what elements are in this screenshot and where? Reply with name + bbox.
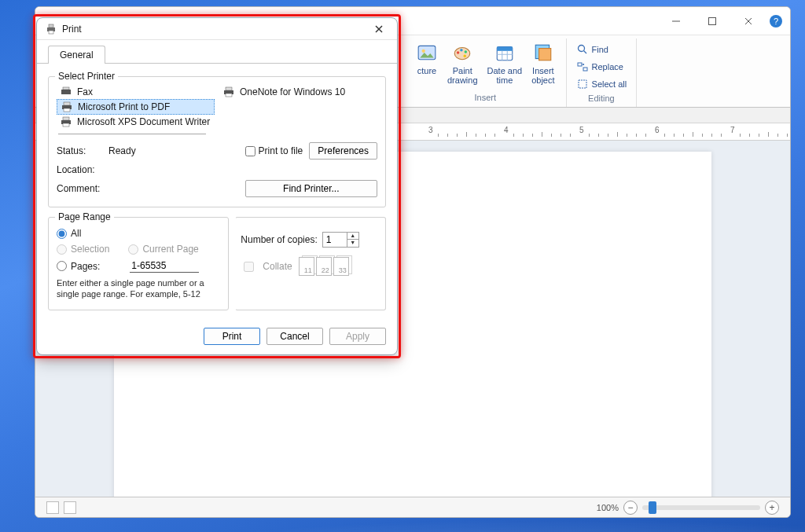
collate-pg-3: 33 xyxy=(333,257,349,276)
radio-selection-row: Selection xyxy=(57,244,109,255)
ribbon-picture[interactable]: cture xyxy=(411,39,443,88)
apply-button: Apply xyxy=(329,328,386,345)
ribbon-find[interactable]: Find xyxy=(573,42,630,57)
printer-icon xyxy=(61,101,73,112)
statusbar-view-1[interactable] xyxy=(46,501,59,514)
ribbon-group-label-insert: Insert xyxy=(475,91,497,104)
collate-pg-1: 11 xyxy=(299,257,314,276)
replace-icon xyxy=(576,61,589,73)
zoom-value: 100% xyxy=(597,503,619,512)
zoom-in-button[interactable]: + xyxy=(765,501,779,515)
calendar-icon xyxy=(494,42,516,64)
zoom-out-button[interactable]: − xyxy=(623,501,638,515)
radio-pages[interactable] xyxy=(57,261,67,271)
printer-fax-label: Fax xyxy=(77,86,93,97)
printer-item-print-to-pdf[interactable]: Microsoft Print to PDF xyxy=(57,99,215,115)
copies-down[interactable]: ▼ xyxy=(347,240,358,247)
print-to-file-checkbox[interactable]: Print to file xyxy=(245,145,303,156)
printer-icon xyxy=(60,116,72,127)
cancel-button[interactable]: Cancel xyxy=(266,328,323,345)
ribbon-replace[interactable]: Replace xyxy=(573,59,630,75)
statusbar-view-2[interactable] xyxy=(64,501,76,514)
svg-point-5 xyxy=(422,50,425,53)
ribbon-date-time[interactable]: Date and time xyxy=(483,39,527,88)
close-button[interactable] xyxy=(730,9,766,33)
status-value: Ready xyxy=(108,145,241,156)
ribbon-object-label2: object xyxy=(531,75,554,85)
ribbon-find-label: Find xyxy=(592,45,608,54)
fax-icon xyxy=(60,86,72,97)
copies-spinner[interactable]: ▲ ▼ xyxy=(322,232,359,248)
zoom-slider[interactable] xyxy=(642,505,760,510)
collate-pg-2: 22 xyxy=(316,257,332,276)
pages-input[interactable] xyxy=(130,259,199,273)
zoom-slider-thumb[interactable] xyxy=(649,501,656,514)
radio-all[interactable] xyxy=(57,229,67,239)
radio-all-label: All xyxy=(71,228,81,239)
ruler-num: 6 xyxy=(655,126,660,134)
ruler-num: 7 xyxy=(730,126,735,134)
svg-rect-37 xyxy=(63,117,69,120)
tab-row: General xyxy=(37,40,397,63)
ribbon-insert-object[interactable]: Insert object xyxy=(527,39,559,88)
printer-list: Fax OneNote for Windows 10 Microsoft Pri… xyxy=(57,85,377,129)
printer-item-onenote[interactable]: OneNote for Windows 10 xyxy=(219,85,377,99)
copies-label: Number of copies: xyxy=(241,234,317,245)
ribbon-select-all[interactable]: Select all xyxy=(573,76,630,92)
collate-checkbox xyxy=(244,262,254,272)
collate-label: Collate xyxy=(263,261,292,272)
printer-icon xyxy=(222,86,235,97)
select-printer-label: Select Printer xyxy=(55,71,118,82)
page-range-group: Page Range All Selection Current Page xyxy=(48,217,229,310)
dialog-titlebar[interactable]: Print xyxy=(37,18,397,40)
radio-pages-label: Pages: xyxy=(71,261,100,272)
ribbon-date-label2: time xyxy=(496,75,513,85)
minimize-button[interactable] xyxy=(658,9,694,33)
dialog-close-button[interactable] xyxy=(369,20,389,38)
statusbar: 100% − + xyxy=(35,497,790,517)
copies-up[interactable]: ▲ xyxy=(347,233,358,240)
object-icon xyxy=(532,42,554,64)
ribbon-replace-label: Replace xyxy=(592,62,623,72)
svg-rect-29 xyxy=(63,87,69,90)
print-to-file-input[interactable] xyxy=(245,146,255,156)
radio-current-row: Current Page xyxy=(128,244,198,255)
ribbon-picture-label: cture xyxy=(417,66,436,75)
svg-point-18 xyxy=(578,46,584,52)
ribbon-object-label1: Insert xyxy=(532,66,554,75)
radio-current-label: Current Page xyxy=(142,244,198,255)
help-icon[interactable]: ? xyxy=(770,15,782,28)
ribbon-paint-label1: Paint xyxy=(453,66,472,75)
radio-all-row[interactable]: All xyxy=(57,228,220,239)
tab-general[interactable]: General xyxy=(48,46,105,64)
maximize-button[interactable] xyxy=(694,9,730,33)
svg-rect-31 xyxy=(226,87,232,90)
radio-pages-row[interactable]: Pages: xyxy=(57,259,220,273)
printer-icon xyxy=(45,23,57,35)
svg-rect-12 xyxy=(497,46,513,50)
find-printer-button[interactable]: Find Printer... xyxy=(245,180,377,197)
print-button[interactable]: Print xyxy=(204,328,260,345)
ribbon-paint-drawing[interactable]: Paint drawing xyxy=(443,39,483,88)
comment-label: Comment: xyxy=(57,183,104,194)
svg-rect-21 xyxy=(583,68,587,71)
print-dialog: Print General Select Printer Fax OneNote… xyxy=(36,17,398,355)
printer-onenote-label: OneNote for Windows 10 xyxy=(240,86,345,97)
ruler-num: 5 xyxy=(579,126,584,134)
ribbon-group-editing: Find Replace Select all Editing xyxy=(567,39,638,107)
printer-item-xps[interactable]: Microsoft XPS Document Writer xyxy=(57,115,215,129)
status-label: Status: xyxy=(57,145,104,156)
location-label: Location: xyxy=(57,164,104,175)
printer-item-fax[interactable]: Fax xyxy=(57,85,215,99)
collate-preview: 11 22 33 xyxy=(299,257,349,276)
svg-rect-17 xyxy=(539,49,550,61)
svg-rect-28 xyxy=(61,90,71,94)
preferences-button[interactable]: Preferences xyxy=(309,142,377,160)
svg-point-9 xyxy=(465,50,467,53)
ribbon-paint-label2: drawing xyxy=(447,75,478,85)
radio-selection xyxy=(57,244,67,255)
page-range-help: Enter either a single page number or a s… xyxy=(57,277,220,300)
picture-icon xyxy=(416,42,438,64)
copies-input[interactable] xyxy=(323,233,347,247)
radio-selection-label: Selection xyxy=(71,244,109,255)
